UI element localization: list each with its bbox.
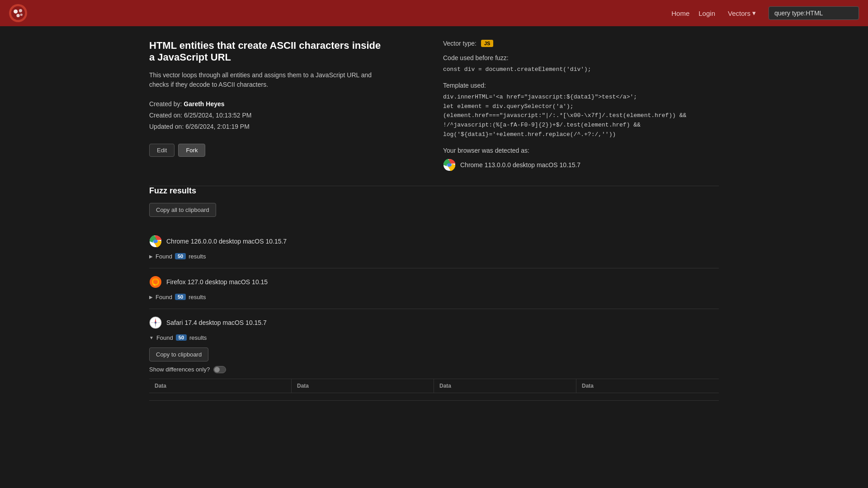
chrome-results-text: results — [189, 253, 206, 260]
fuzz-group-safari: Safari 17.4 desktop macOS 10.15.7 ▼ Foun… — [149, 309, 719, 401]
chevron-down-icon: ▾ — [752, 9, 756, 17]
svg-point-0 — [11, 6, 25, 20]
search-input[interactable] — [769, 6, 859, 20]
copy-to-clipboard-button[interactable]: Copy to clipboard — [149, 347, 208, 361]
fuzz-group-firefox: Firefox 127.0 desktop macOS 10.15 ▶ Foun… — [149, 268, 719, 309]
fork-button[interactable]: Fork — [178, 144, 205, 157]
current-browser-name: Chrome 113.0.0.0 desktop macOS 10.15.7 — [460, 161, 580, 169]
firefox-found-row[interactable]: ▶ Found 50 results — [149, 293, 719, 301]
fuzz-browser-header-safari: Safari 17.4 desktop macOS 10.15.7 — [149, 316, 719, 329]
code-before-label: Code used before fuzz: — [443, 54, 719, 61]
fuzz-results-title: Fuzz results — [149, 186, 719, 196]
template-label: Template used: — [443, 82, 719, 89]
vectors-label: Vectors — [728, 9, 750, 17]
left-column: HTML entities that create ASCII characte… — [149, 40, 425, 171]
table-header-data-1: Data — [149, 379, 292, 393]
show-diff-toggle[interactable] — [213, 366, 226, 373]
vector-type-label: Vector type: — [443, 40, 476, 47]
template-code: div.innerHTML='<a href="javascript:${dat… — [443, 93, 719, 140]
home-link[interactable]: Home — [671, 9, 689, 17]
svg-point-2 — [19, 9, 22, 12]
chrome-expand-icon: ▶ — [149, 254, 153, 259]
action-buttons: Edit Fork — [149, 144, 425, 157]
chrome-count-badge: 50 — [175, 253, 186, 259]
fuzz-group-chrome: Chrome 126.0.0.0 desktop macOS 10.15.7 ▶… — [149, 228, 719, 268]
firefox-results-text: results — [189, 294, 206, 300]
table-header: Data Data Data Data — [149, 379, 719, 393]
show-diff-label: Show differences only? — [149, 366, 210, 373]
firefox-browser-icon — [149, 276, 162, 288]
safari-browser-icon — [149, 316, 162, 329]
page-title: HTML entities that create ASCII characte… — [149, 40, 384, 63]
firefox-browser-name: Firefox 127.0 desktop macOS 10.15 — [166, 278, 268, 286]
navbar: Home Login Vectors ▾ — [0, 0, 868, 26]
browser-detected-label: Your browser was detected as: — [443, 147, 719, 154]
copy-all-button[interactable]: Copy all to clipboard — [149, 203, 216, 217]
updated-on-row: Updated on: 6/26/2024, 2:01:19 PM — [149, 121, 425, 132]
safari-found-row[interactable]: ▼ Found 50 results — [149, 333, 719, 342]
svg-point-1 — [14, 9, 18, 14]
table-header-data-3: Data — [434, 379, 576, 393]
vectors-dropdown[interactable]: Vectors ▾ — [724, 7, 760, 19]
created-date: 6/25/2024, 10:13:52 PM — [184, 112, 251, 119]
chrome-icon — [443, 159, 456, 171]
meta-info: Created by: Gareth Heyes Created on: 6/2… — [149, 99, 425, 133]
table-header-data-4: Data — [576, 379, 719, 393]
updated-on-label: Updated on: — [149, 123, 184, 130]
fuzz-section: Fuzz results Copy all to clipboard Chrom… — [149, 186, 719, 401]
safari-count-badge: 50 — [176, 334, 187, 341]
safari-results-text: results — [189, 334, 207, 341]
main-content: HTML entities that create ASCII characte… — [140, 26, 728, 414]
chrome-found-row[interactable]: ▶ Found 50 results — [149, 252, 719, 261]
edit-button[interactable]: Edit — [149, 144, 175, 157]
created-on-row: Created on: 6/25/2024, 10:13:52 PM — [149, 110, 425, 121]
firefox-expand-icon: ▶ — [149, 295, 153, 300]
created-by-label: Created by: — [149, 100, 182, 108]
show-differences-row: Show differences only? — [149, 366, 719, 373]
chrome-browser-icon — [149, 235, 162, 248]
table-header-data-2: Data — [292, 379, 434, 393]
right-column: Vector type: JS Code used before fuzz: c… — [443, 40, 719, 171]
top-section: HTML entities that create ASCII characte… — [149, 40, 719, 171]
created-on-label: Created on: — [149, 112, 182, 119]
logo[interactable] — [9, 4, 27, 22]
js-badge: JS — [481, 40, 493, 47]
updated-date: 6/26/2024, 2:01:19 PM — [185, 123, 250, 130]
fuzz-browser-header-chrome: Chrome 126.0.0.0 desktop macOS 10.15.7 — [149, 235, 719, 248]
firefox-count-badge: 50 — [175, 294, 186, 300]
created-by-row: Created by: Gareth Heyes — [149, 99, 425, 110]
safari-browser-name: Safari 17.4 desktop macOS 10.15.7 — [166, 319, 267, 326]
current-browser-row: Chrome 113.0.0.0 desktop macOS 10.15.7 — [443, 159, 719, 171]
author-name: Gareth Heyes — [184, 100, 224, 108]
safari-found-text: Found — [156, 334, 173, 341]
firefox-found-text: Found — [156, 294, 172, 300]
svg-point-3 — [16, 14, 19, 17]
chrome-browser-name: Chrome 126.0.0.0 desktop macOS 10.15.7 — [166, 238, 287, 245]
svg-point-18 — [155, 322, 156, 324]
fuzz-browser-header-firefox: Firefox 127.0 desktop macOS 10.15 — [149, 276, 719, 288]
safari-expand-icon: ▼ — [149, 335, 154, 340]
svg-point-4 — [20, 14, 23, 16]
login-link[interactable]: Login — [698, 9, 715, 17]
chrome-found-text: Found — [156, 253, 172, 260]
description: This vector loops through all entities a… — [149, 70, 384, 89]
vector-type-row: Vector type: JS — [443, 40, 719, 47]
code-before: const div = document.createElement('div'… — [443, 65, 719, 75]
